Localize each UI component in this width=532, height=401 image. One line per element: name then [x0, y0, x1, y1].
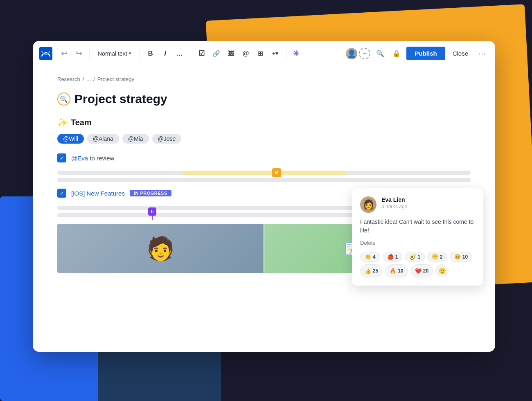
reaction-happy[interactable]: 😊 10: [450, 252, 472, 262]
more-format-button[interactable]: ...: [174, 47, 187, 60]
team-label: Team: [71, 118, 92, 127]
comment-author-info: Eva Lien 4 hours ago: [381, 196, 407, 210]
comment-body: Fantastic idea! Can't wait to see this c…: [360, 218, 475, 235]
checkbox-button[interactable]: ☑: [195, 47, 208, 60]
breadcrumb-middle[interactable]: ...: [86, 76, 91, 82]
task-1-description: to review: [90, 155, 114, 162]
reaction-fire[interactable]: 🔥 10: [385, 264, 408, 277]
surprised-emoji: 😬: [432, 254, 438, 260]
happy-count: 10: [462, 254, 468, 260]
reaction-surprised[interactable]: 😬 2: [427, 252, 447, 262]
timeline-1: M: [57, 171, 471, 182]
mention-jose[interactable]: @Jose: [152, 134, 182, 144]
add-more-button[interactable]: +▾: [269, 47, 282, 60]
publish-button[interactable]: Publish: [406, 47, 445, 60]
avocado-emoji: 🥑: [409, 254, 416, 260]
mention-button[interactable]: @: [239, 47, 252, 60]
toolbar-divider-2: [140, 49, 140, 59]
reaction-avocado[interactable]: 🥑 1: [405, 252, 425, 262]
toolbar: ↩ ↪ Normal text ▾ B I ... ☑ 🔗 🖼 @ ⊞ +▾ ✳: [33, 41, 495, 66]
commenter-avatar: 👩: [360, 196, 376, 213]
avocado-count: 1: [417, 254, 420, 260]
toolbar-divider-4: [286, 49, 286, 59]
happy-emoji: 😊: [454, 254, 461, 260]
comment-popup: 👩 Eva Lien 4 hours ago Fantastic idea! C…: [352, 188, 483, 286]
comment-delete-button[interactable]: Delete: [360, 240, 475, 246]
task-1: ✓ @Eva to review: [57, 153, 471, 162]
toolbar-divider-1: [89, 49, 90, 59]
text-style-label: Normal text: [98, 50, 127, 57]
user-avatar: 👤: [345, 47, 358, 60]
ai-button[interactable]: ✳: [291, 48, 302, 59]
text-style-dropdown[interactable]: Normal text ▾: [94, 49, 135, 59]
task-1-text: @Eva to review: [71, 155, 114, 162]
comment-time: 4 hours ago: [381, 204, 407, 210]
table-button[interactable]: ⊞: [254, 47, 267, 60]
fire-emoji: 🔥: [390, 268, 396, 274]
emoji-reactions: 👏 4 🍎 1 🥑 1 😬 2 😊 10 👍 25: [360, 252, 475, 277]
task-1-checkbox[interactable]: ✓: [57, 153, 66, 162]
link-button[interactable]: 🔗: [210, 47, 223, 60]
lock-button[interactable]: 🔒: [390, 47, 403, 60]
main-window: ↩ ↪ Normal text ▾ B I ... ☑ 🔗 🖼 @ ⊞ +▾ ✳: [33, 41, 495, 352]
team-section-heading: ✨ Team: [57, 117, 471, 127]
mention-will[interactable]: @Will: [57, 134, 84, 144]
breadcrumb-root[interactable]: Research: [57, 76, 80, 82]
fire-count: 10: [398, 268, 403, 274]
mention-tags-row: @Will @Alana @Mia @Jose: [57, 134, 471, 144]
redo-button[interactable]: ↪: [72, 47, 85, 60]
task-1-mention[interactable]: @Eva: [71, 155, 88, 162]
chevron-down-icon: ▾: [129, 51, 131, 56]
mention-alana[interactable]: @Alana: [87, 134, 119, 144]
comment-author-name: Eva Lien: [381, 196, 407, 203]
timeline-1-track-2: [57, 178, 471, 182]
confluence-logo[interactable]: [39, 47, 52, 60]
page-title[interactable]: Project strategy: [74, 92, 167, 106]
apple-emoji: 🍎: [387, 254, 394, 260]
mention-mia[interactable]: @Mia: [122, 134, 149, 144]
thumbsup-count: 25: [373, 268, 378, 274]
close-button[interactable]: Close: [449, 47, 472, 59]
timeline-1-fill: [181, 171, 347, 175]
heart-emoji: ❤️: [415, 268, 422, 274]
timeline-1-track: M: [57, 171, 471, 175]
italic-button[interactable]: I: [159, 47, 172, 60]
breadcrumb-sep-1: /: [83, 76, 84, 82]
bold-button[interactable]: B: [144, 47, 157, 60]
svg-rect-0: [39, 47, 52, 60]
breadcrumb-sep-2: /: [93, 76, 95, 82]
comment-header: 👩 Eva Lien 4 hours ago: [360, 196, 475, 213]
toolbar-divider-3: [191, 49, 191, 59]
thumbsup-emoji: 👍: [365, 268, 371, 274]
page-title-area: 🔍 Project strategy: [57, 92, 471, 106]
collaborators-avatar-group: 👤 +: [345, 47, 370, 60]
heart-count: 20: [423, 268, 428, 274]
page-title-icon: 🔍: [57, 92, 70, 106]
task-2-checkbox[interactable]: ✓: [57, 189, 66, 198]
sparkle-icon: ✨: [57, 117, 68, 127]
search-button[interactable]: 🔍: [374, 47, 387, 60]
office-photo-left: 🧑: [57, 224, 264, 273]
image-button[interactable]: 🖼: [225, 47, 238, 60]
task-2-link[interactable]: [iOS] New Features: [71, 190, 125, 197]
overflow-menu-button[interactable]: ⋯: [476, 47, 489, 60]
task-2-badge: IN PROGRESS: [130, 190, 171, 196]
reaction-clap[interactable]: 👏 4: [360, 252, 380, 262]
clap-count: 4: [373, 254, 376, 260]
reaction-thumbsup[interactable]: 👍 25: [360, 264, 383, 277]
clap-emoji: 👏: [365, 254, 371, 260]
reaction-apple[interactable]: 🍎 1: [383, 252, 403, 262]
add-reaction-button[interactable]: 🙂: [435, 264, 449, 277]
undo-button[interactable]: ↩: [57, 47, 70, 60]
breadcrumb-current: Project strategy: [97, 76, 134, 82]
toolbar-right: 👤 + 🔍 🔒 Publish Close ⋯: [345, 47, 489, 60]
add-collaborator-button[interactable]: +: [359, 48, 370, 59]
surprised-count: 2: [440, 254, 443, 260]
breadcrumb: Research / ... / Project strategy: [57, 76, 471, 82]
apple-count: 1: [395, 254, 398, 260]
reaction-heart[interactable]: ❤️ 20: [410, 264, 433, 277]
timeline-d-line: [152, 207, 153, 220]
timeline-m-marker: M: [272, 168, 281, 177]
